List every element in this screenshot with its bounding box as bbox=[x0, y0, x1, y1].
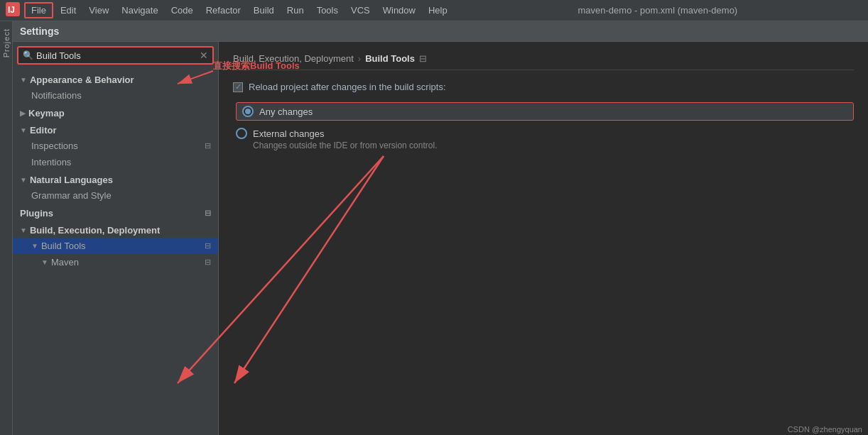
collapse-arrow-editor: ▼ bbox=[20, 126, 27, 134]
content-breadcrumb: Build, Execution, Deployment › Build Too… bbox=[233, 53, 854, 70]
menu-bar: IJ File Edit View Navigate Code Refactor… bbox=[6, 2, 453, 19]
nav-inspections[interactable]: Inspections ⊟ bbox=[13, 138, 218, 154]
breadcrumb-settings-icon: ⊟ bbox=[419, 53, 427, 64]
reload-label: Reload project after changes in the buil… bbox=[249, 82, 446, 92]
collapse-arrow-nl: ▼ bbox=[20, 176, 27, 184]
nav-notifications[interactable]: Notifications bbox=[13, 87, 218, 104]
radio-external-changes-btn[interactable] bbox=[236, 128, 247, 139]
settings-header: Settings bbox=[13, 21, 868, 42]
search-box[interactable]: 🔍 ✕ bbox=[17, 46, 214, 65]
search-clear-icon[interactable]: ✕ bbox=[200, 50, 208, 61]
breadcrumb-parent: Build, Execution, Deployment bbox=[233, 53, 354, 64]
menu-run[interactable]: Run bbox=[281, 4, 310, 17]
menu-file[interactable]: File bbox=[24, 2, 53, 18]
menu-vcs[interactable]: VCS bbox=[345, 4, 376, 17]
credit-text: CSDN @zhengyquan bbox=[788, 425, 862, 434]
nav-inspections-label: Inspections bbox=[31, 141, 78, 151]
collapse-arrow-maven: ▼ bbox=[41, 258, 48, 266]
nav-grammar[interactable]: Grammar and Style bbox=[13, 187, 218, 204]
build-tools-icon: ⊟ bbox=[205, 241, 211, 250]
settings-content: Build, Execution, Deployment › Build Too… bbox=[219, 42, 868, 435]
collapse-arrow-appearance: ▼ bbox=[20, 76, 27, 84]
menu-code[interactable]: Code bbox=[166, 4, 199, 17]
nav-intentions-label: Intentions bbox=[31, 157, 71, 167]
settings-dialog: Settings 🔍 ✕ ▼ Appearance & Behavior bbox=[13, 21, 868, 435]
nav-build-tools[interactable]: ▼ Build Tools ⊟ bbox=[13, 238, 218, 254]
radio-external-changes-row[interactable]: External changes bbox=[236, 128, 854, 139]
svg-text:IJ: IJ bbox=[8, 5, 15, 15]
settings-title: Settings bbox=[20, 26, 59, 37]
radio-any-changes-container: Any changes bbox=[236, 102, 854, 121]
menu-build[interactable]: Build bbox=[248, 4, 280, 17]
ide-logo: IJ bbox=[6, 2, 20, 19]
reload-checkbox[interactable]: ✓ bbox=[233, 82, 243, 92]
nav-editor-label: Editor bbox=[30, 125, 57, 136]
menu-window[interactable]: Window bbox=[377, 4, 421, 17]
breadcrumb-separator: › bbox=[358, 53, 361, 64]
nav-nl-label: Natural Languages bbox=[30, 175, 113, 185]
nav-build-exec-label: Build, Execution, Deployment bbox=[30, 225, 160, 236]
title-bar: IJ File Edit View Navigate Code Refactor… bbox=[0, 0, 868, 21]
nav-section: ▼ Appearance & Behavior Notifications ▶ … bbox=[13, 69, 218, 272]
collapse-arrow-build: ▼ bbox=[20, 226, 27, 234]
radio-external-changes-label: External changes bbox=[253, 128, 324, 139]
nav-grammar-label: Grammar and Style bbox=[31, 190, 112, 201]
radio-any-changes-row[interactable]: Any changes bbox=[236, 102, 854, 121]
nav-plugins[interactable]: Plugins ⊟ bbox=[13, 204, 218, 221]
nav-plugins-label: Plugins bbox=[20, 208, 53, 219]
window-title: maven-demo - pom.xml (maven-demo) bbox=[453, 5, 862, 16]
nav-intentions[interactable]: Intentions bbox=[13, 154, 218, 170]
menu-view[interactable]: View bbox=[83, 4, 114, 17]
radio-any-changes-btn[interactable] bbox=[242, 106, 254, 117]
collapse-arrow-keymap: ▶ bbox=[20, 109, 26, 117]
project-sidebar-tab[interactable]: Project bbox=[0, 21, 13, 435]
nav-maven-label: Maven bbox=[51, 257, 79, 268]
nav-maven[interactable]: ▼ Maven ⊟ bbox=[13, 254, 218, 270]
search-input[interactable] bbox=[36, 50, 197, 61]
settings-nav: 🔍 ✕ ▼ Appearance & Behavior Notification… bbox=[13, 42, 219, 435]
radio-dot-any bbox=[245, 109, 251, 114]
main-layout: Project ⊞ ⋯ + ▼ 📁 maven-demo ▶ 📁 .idea ▼… bbox=[0, 21, 868, 435]
search-icon: 🔍 bbox=[23, 50, 33, 60]
radio-any-changes-label: Any changes bbox=[259, 106, 313, 117]
plugins-icon: ⊟ bbox=[205, 209, 211, 218]
nav-notifications-label: Notifications bbox=[31, 90, 82, 101]
bottom-bar: CSDN @zhengyquan bbox=[782, 424, 868, 435]
menu-help[interactable]: Help bbox=[423, 4, 453, 17]
radio-external-changes-container: External changes Changes outside the IDE… bbox=[236, 128, 854, 150]
nav-keymap-label: Keymap bbox=[28, 108, 65, 119]
nav-editor[interactable]: ▼ Editor bbox=[13, 121, 218, 138]
breadcrumb-current: Build Tools bbox=[365, 53, 415, 64]
checkmark-icon: ✓ bbox=[235, 82, 242, 92]
radio-external-sublabel: Changes outside the IDE or from version … bbox=[253, 141, 854, 150]
menu-edit[interactable]: Edit bbox=[55, 4, 82, 17]
collapse-arrow-bt: ▼ bbox=[31, 242, 38, 250]
settings-body: 🔍 ✕ ▼ Appearance & Behavior Notification… bbox=[13, 42, 868, 435]
maven-icon-right: ⊟ bbox=[205, 258, 211, 267]
project-tab-label[interactable]: Project bbox=[2, 28, 11, 57]
inspections-icon: ⊟ bbox=[205, 141, 211, 150]
radio-group: Any changes External changes Changes out… bbox=[236, 102, 854, 150]
nav-keymap[interactable]: ▶ Keymap bbox=[13, 104, 218, 121]
nav-build-exec[interactable]: ▼ Build, Execution, Deployment bbox=[13, 221, 218, 238]
nav-natural-languages[interactable]: ▼ Natural Languages bbox=[13, 170, 218, 187]
reload-checkbox-row: ✓ Reload project after changes in the bu… bbox=[233, 82, 854, 92]
nav-appearance-label: Appearance & Behavior bbox=[30, 75, 134, 85]
menu-tools[interactable]: Tools bbox=[311, 4, 344, 17]
menu-navigate[interactable]: Navigate bbox=[116, 4, 163, 17]
nav-appearance[interactable]: ▼ Appearance & Behavior bbox=[13, 70, 218, 87]
menu-refactor[interactable]: Refactor bbox=[200, 4, 246, 17]
nav-build-tools-label: Build Tools bbox=[41, 241, 86, 251]
